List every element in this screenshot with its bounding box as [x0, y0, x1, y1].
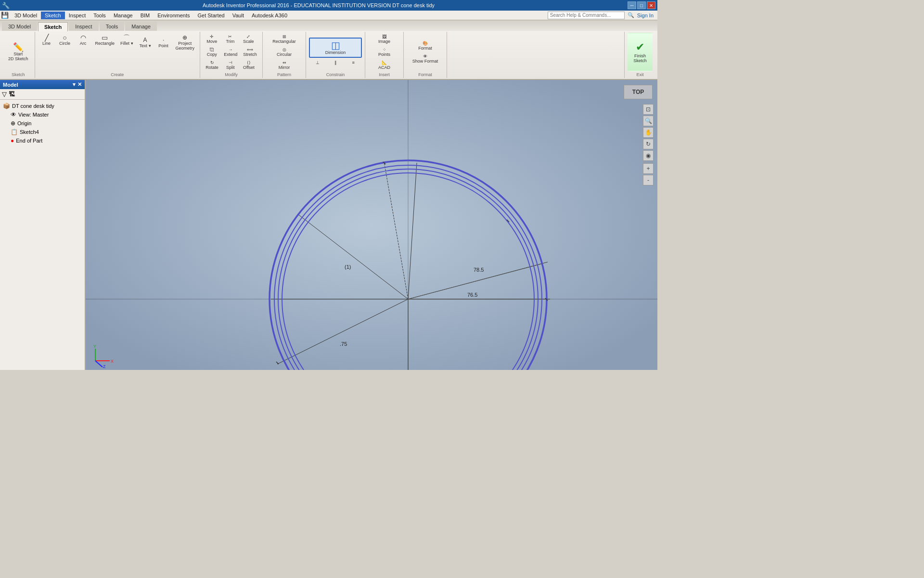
exit-group-label: Exit: [636, 71, 643, 77]
project-geometry-icon: ⊕: [182, 34, 187, 41]
pan-button[interactable]: ✋: [643, 127, 654, 138]
offset-button[interactable]: ⟨⟩ Offset: [240, 59, 257, 71]
tab-manage[interactable]: Manage: [125, 22, 157, 31]
model-panel-close[interactable]: ✕: [77, 81, 82, 88]
viewport[interactable]: 78.5 76.5 .75 80 (1) TOP ⊡: [86, 80, 657, 370]
dimension-button[interactable]: ◫ Dimension: [309, 38, 362, 58]
menu-manage[interactable]: Manage: [110, 12, 137, 19]
arc-button[interactable]: ◠ Arc: [75, 33, 92, 47]
menu-inspect[interactable]: Inspect: [65, 12, 90, 19]
trim-button[interactable]: ✂ Trim: [221, 33, 239, 45]
zoom-extents-button[interactable]: ⊡: [643, 104, 654, 115]
extend-button[interactable]: → Extend: [221, 46, 240, 58]
tree-item-endofpart[interactable]: ● End of Part: [9, 136, 84, 145]
image-button[interactable]: 🖼 Image: [376, 33, 393, 45]
app-logo: 🔧: [2, 2, 10, 9]
rectangular-button[interactable]: ⊞ Rectangular: [270, 33, 298, 45]
start-2d-sketch-button[interactable]: ✏️ Start2D Sketch: [5, 33, 32, 71]
svg-text:.75: .75: [340, 341, 347, 347]
format-button[interactable]: 🎨 Format: [410, 39, 441, 52]
menu-environments[interactable]: Environments: [154, 12, 193, 19]
rotate-icon: ↻: [210, 60, 214, 65]
points-button[interactable]: ⁘ Points: [376, 46, 393, 58]
move-button[interactable]: ✛ Move: [203, 33, 220, 45]
mirror-button[interactable]: ⇔ Mirror: [270, 59, 298, 71]
project-geometry-button[interactable]: ⊕ ProjectGeometry: [173, 33, 197, 52]
finish-sketch-button[interactable]: ✔ FinishSketch: [628, 33, 653, 71]
ribbon-content: ✏️ Start2D Sketch Sketch ╱ Line ○ Circle: [0, 31, 657, 79]
circular-button[interactable]: ◎ Circular: [270, 46, 298, 58]
filter-icon[interactable]: ▽: [2, 91, 7, 98]
stretch-button[interactable]: ⟺ Stretch: [241, 46, 259, 58]
circle-button[interactable]: ○ Circle: [56, 33, 74, 47]
model-panel-tools: ▽ 🏗: [0, 89, 85, 100]
show-format-button[interactable]: 👁 Show Format: [410, 53, 441, 65]
text-button[interactable]: A Text ▾: [137, 33, 154, 52]
minimize-button[interactable]: ─: [628, 1, 636, 9]
split-icon: ⊣: [229, 60, 232, 65]
arc-icon: ◠: [80, 34, 86, 41]
modify-tools: ✛ Move ✂ Trim ⤢ Scale ⿻ Copy: [203, 33, 259, 71]
format-tools: 🎨 Format 👁 Show Format: [410, 33, 441, 71]
model-panel-expand[interactable]: ▾: [73, 81, 76, 88]
tree-item-view[interactable]: 👁 View: Master: [9, 110, 84, 119]
zoom-in-button[interactable]: +: [643, 163, 654, 174]
copy-button[interactable]: ⿻ Copy: [203, 46, 220, 58]
menu-tools[interactable]: Tools: [90, 12, 110, 19]
tab-inspect[interactable]: Inspect: [69, 22, 98, 31]
nav-tools: ⊡ 🔍 ✋ ↻ ◉ + -: [643, 104, 654, 185]
ribbon-group-create: ╱ Line ○ Circle ◠ Arc ▭ Rectangle: [35, 32, 201, 78]
rotate-button[interactable]: ↻ Rotate: [203, 59, 221, 71]
menu-3dmodel[interactable]: 3D Model: [11, 12, 41, 19]
sign-in[interactable]: Sign In: [637, 13, 654, 18]
image-icon: 🖼: [382, 34, 386, 39]
scale-button[interactable]: ⤢ Scale: [240, 33, 257, 45]
tab-sketch[interactable]: Sketch: [38, 22, 68, 31]
viewcube[interactable]: TOP: [624, 85, 653, 99]
quick-access[interactable]: 💾: [1, 12, 9, 19]
menu-vault[interactable]: Vault: [229, 12, 248, 19]
tab-3dmodel[interactable]: 3D Model: [2, 22, 37, 31]
menu-getstarted[interactable]: Get Started: [193, 12, 228, 19]
insert-group-label: Insert: [379, 71, 390, 77]
rotate-view-button[interactable]: ↻: [643, 139, 654, 149]
modify-group-label: Modify: [225, 71, 238, 77]
move-icon: ✛: [210, 34, 214, 39]
line-button[interactable]: ╱ Line: [38, 33, 55, 47]
text-icon: A: [143, 37, 147, 43]
constrain-btn2[interactable]: ∥: [327, 59, 344, 66]
window-controls[interactable]: ─ □ ✕: [628, 1, 655, 9]
stretch-icon: ⟺: [247, 47, 253, 52]
sketch-canvas: 78.5 76.5 .75 80 (1): [86, 80, 657, 370]
look-at-button[interactable]: ◉: [643, 150, 654, 161]
sketch-group-label: Sketch: [12, 71, 25, 77]
model-panel-header: Model ▾ ✕: [0, 80, 85, 89]
restore-button[interactable]: □: [637, 1, 646, 9]
menu-sketch[interactable]: Sketch: [41, 12, 65, 19]
fillet-button[interactable]: ⌒ Fillet ▾: [118, 33, 136, 47]
menu-a360[interactable]: Autodesk A360: [248, 12, 291, 19]
zoom-button[interactable]: 🔍: [643, 116, 654, 126]
constrain-btn3[interactable]: ≡: [345, 59, 362, 66]
menu-bim[interactable]: BIM: [137, 12, 154, 19]
ribbon-group-sketch: ✏️ Start2D Sketch Sketch: [2, 32, 35, 78]
tree-item-sketch4[interactable]: 📋 Sketch4: [9, 128, 84, 136]
model-view-icon[interactable]: 🏗: [9, 91, 15, 98]
tree-item-root[interactable]: 📦 DT cone desk tidy: [1, 102, 84, 110]
search-icon[interactable]: 🔍: [628, 12, 634, 18]
close-button[interactable]: ✕: [647, 1, 655, 9]
rectangle-button[interactable]: ▭ Rectangle: [93, 33, 117, 47]
acad-button[interactable]: 📐 ACAD: [376, 59, 393, 71]
menubar: 💾 3D Model Sketch Inspect Tools Manage B…: [0, 11, 657, 20]
ribbon-group-exit: ✔ FinishSketch Exit: [624, 32, 655, 78]
search-input[interactable]: [548, 12, 625, 19]
split-button[interactable]: ⊣ Split: [222, 59, 239, 71]
tab-tools[interactable]: Tools: [100, 22, 125, 31]
svg-line-31: [95, 361, 103, 367]
constrain-btn1[interactable]: ⊥: [309, 59, 326, 66]
zoom-out-button[interactable]: -: [643, 175, 654, 185]
point-button[interactable]: · Point: [155, 33, 172, 52]
ribbon-group-insert: 🖼 Image ⁘ Points 📐 ACAD Insert: [365, 32, 404, 78]
svg-rect-0: [86, 80, 657, 370]
tree-item-origin[interactable]: ⊕ Origin: [9, 119, 84, 128]
